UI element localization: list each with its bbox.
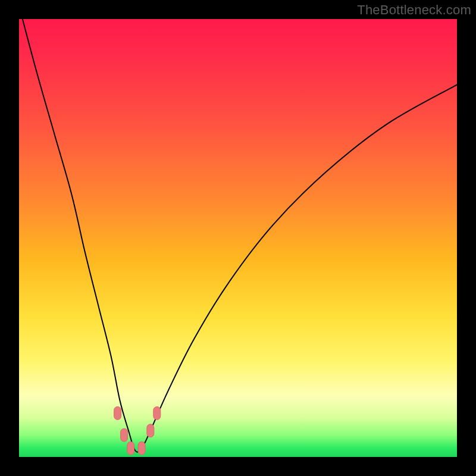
- marker-dot: [138, 441, 145, 455]
- bottleneck-curve: [19, 6, 457, 452]
- marker-dot: [154, 406, 161, 419]
- marker-dot: [114, 406, 121, 419]
- plot-area: [19, 19, 457, 457]
- watermark-text: TheBottleneck.com: [357, 2, 471, 18]
- curve-svg: [19, 19, 457, 457]
- chart-frame: TheBottleneck.com: [0, 0, 476, 476]
- marker-dot: [127, 441, 134, 455]
- marker-dot: [121, 428, 128, 441]
- marker-dot: [147, 424, 154, 437]
- curve-markers: [114, 406, 161, 455]
